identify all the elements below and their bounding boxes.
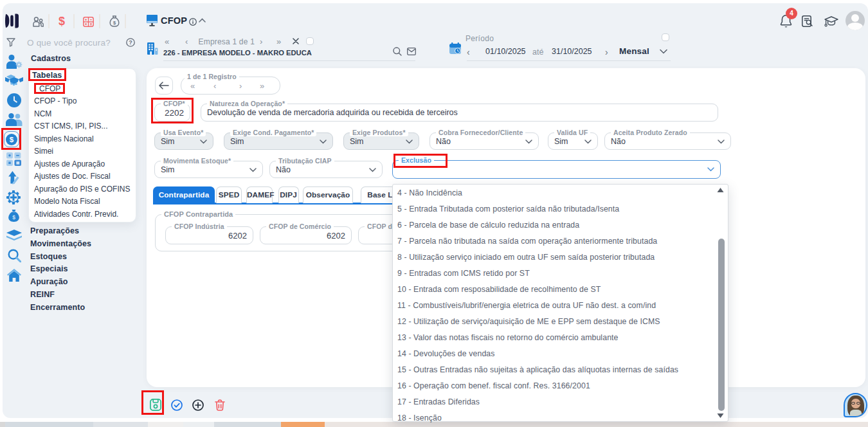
svg-text:$: $ <box>12 214 15 221</box>
svg-text:?: ? <box>129 39 132 46</box>
svg-text:$: $ <box>113 20 116 26</box>
